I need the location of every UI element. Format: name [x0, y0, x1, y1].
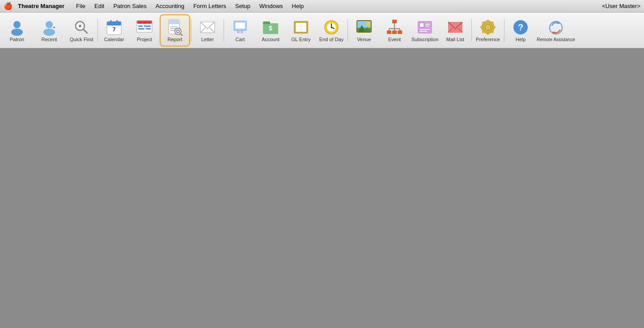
svg-text:?: ?: [518, 22, 523, 32]
svg-rect-58: [392, 20, 397, 23]
help-label: Help: [516, 37, 526, 42]
svg-point-3: [43, 29, 55, 36]
calendar-icon: 7: [106, 19, 123, 36]
svg-rect-16: [139, 22, 142, 23]
end-of-day-icon: [323, 19, 340, 36]
separator-5: [471, 19, 472, 42]
menubar: 🍎 Theatre Manager File Edit Patron Sales…: [0, 0, 644, 13]
menu-file[interactable]: File: [72, 2, 90, 10]
user-display: <User Master>: [602, 3, 640, 9]
svg-text:7: 7: [113, 26, 116, 33]
remote-assistance-icon: [547, 19, 564, 36]
svg-point-91: [550, 21, 562, 34]
menu-accounting[interactable]: Accounting: [151, 2, 189, 10]
event-button[interactable]: Event: [379, 14, 410, 47]
end-of-day-button[interactable]: End of Day: [316, 14, 347, 47]
separator-3: [224, 19, 224, 42]
cart-label: Cart: [236, 37, 245, 42]
svg-marker-4: [53, 27, 55, 29]
svg-point-0: [13, 21, 21, 28]
separator-6: [504, 19, 504, 42]
main-content: [0, 48, 644, 328]
svg-point-8: [79, 25, 81, 27]
svg-rect-82: [493, 26, 496, 28]
quick-find-button[interactable]: Quick Find: [66, 14, 97, 47]
gl-entry-icon: [292, 19, 309, 36]
cart-button[interactable]: Cart: [225, 14, 255, 47]
separator-2: [191, 19, 191, 42]
report-icon: [166, 19, 183, 36]
letter-label: Letter: [201, 37, 214, 42]
report-label: Report: [167, 37, 182, 42]
account-button[interactable]: $ Account: [255, 14, 286, 47]
recent-label: Recent: [42, 37, 57, 42]
svg-rect-68: [419, 23, 424, 27]
mail-list-button[interactable]: Mail List: [440, 14, 470, 47]
project-label: Project: [137, 37, 152, 42]
subscription-icon: [416, 19, 433, 36]
menu-help[interactable]: Help: [288, 2, 309, 10]
gl-entry-label: GL Entry: [292, 37, 311, 42]
gl-entry-button[interactable]: GL Entry: [286, 14, 316, 47]
account-label: Account: [262, 37, 280, 42]
svg-rect-40: [263, 21, 270, 24]
venue-icon: [356, 19, 373, 36]
letter-icon: [199, 19, 216, 36]
svg-rect-18: [148, 22, 150, 23]
menu-patron-sales[interactable]: Patron Sales: [109, 2, 151, 10]
svg-rect-20: [144, 26, 151, 27]
help-icon: ?: [512, 19, 529, 36]
help-button[interactable]: ? Help: [505, 14, 536, 47]
preference-label: Preference: [476, 37, 500, 42]
svg-point-54: [366, 22, 370, 26]
subscription-button[interactable]: Subscription: [410, 14, 440, 47]
mail-list-label: Mail List: [446, 37, 464, 42]
svg-text:$: $: [269, 25, 272, 32]
patron-button[interactable]: Patron: [2, 14, 32, 47]
svg-rect-35: [235, 22, 245, 29]
svg-rect-59: [387, 30, 391, 34]
svg-point-1: [11, 29, 23, 36]
recent-button[interactable]: Recent: [32, 14, 66, 47]
end-of-day-label: End of Day: [319, 37, 343, 42]
account-icon: $: [262, 19, 279, 36]
svg-rect-60: [392, 30, 397, 34]
separator-4: [347, 19, 348, 42]
menu-setup[interactable]: Setup: [231, 2, 255, 10]
svg-point-2: [46, 21, 53, 28]
calendar-label: Calendar: [104, 37, 124, 42]
project-icon: [136, 19, 153, 36]
svg-rect-79: [487, 20, 489, 22]
menu-edit[interactable]: Edit: [90, 2, 109, 10]
svg-rect-22: [146, 28, 151, 30]
preference-icon: [479, 19, 496, 36]
letter-button[interactable]: Letter: [192, 14, 223, 47]
svg-point-51: [331, 27, 332, 28]
patron-icon: [8, 19, 25, 36]
remote-assistance-button[interactable]: Remote Assistance: [536, 14, 576, 47]
project-button[interactable]: Project: [129, 14, 160, 47]
venue-button[interactable]: Venue: [349, 14, 379, 47]
svg-point-88: [487, 26, 489, 29]
preference-button[interactable]: Preference: [473, 14, 503, 47]
quick-find-icon: [73, 19, 90, 36]
quick-find-label: Quick Find: [70, 37, 93, 42]
svg-rect-12: [116, 20, 118, 24]
svg-rect-81: [480, 26, 483, 28]
app-name[interactable]: Theatre Manager: [18, 3, 64, 9]
report-button[interactable]: Report: [160, 14, 190, 47]
menu-form-letters[interactable]: Form Letters: [189, 2, 231, 10]
cart-icon: [232, 19, 249, 36]
svg-rect-24: [169, 20, 179, 24]
event-label: Event: [388, 37, 401, 42]
apple-menu[interactable]: 🍎: [4, 2, 13, 10]
svg-rect-11: [110, 20, 112, 24]
svg-rect-17: [143, 22, 147, 23]
recent-icon: [41, 19, 58, 36]
svg-rect-10: [107, 21, 121, 26]
menu-windows[interactable]: Windows: [255, 2, 288, 10]
calendar-button[interactable]: 7 Calendar: [99, 14, 129, 47]
svg-rect-80: [487, 32, 489, 35]
subscription-label: Subscription: [411, 37, 439, 42]
mail-list-icon: [447, 19, 464, 36]
